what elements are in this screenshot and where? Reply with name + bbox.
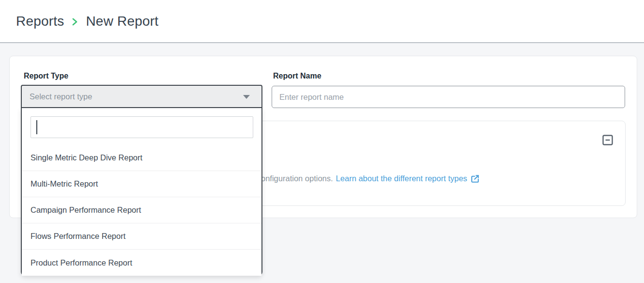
learn-report-types-link[interactable]: Learn about the different report types xyxy=(336,174,479,183)
collapse-panel-button[interactable] xyxy=(602,135,613,146)
page-header: Reports New Report xyxy=(0,0,644,43)
breadcrumb-reports-link[interactable]: Reports xyxy=(16,14,64,29)
minus-square-icon xyxy=(602,135,613,147)
caret-down-icon xyxy=(243,95,250,99)
report-type-dropdown: Single Metric Deep Dive Report Multi-Met… xyxy=(21,108,262,276)
info-text-row: onfiguration options. Learn about the di… xyxy=(261,172,479,185)
external-link-icon xyxy=(471,174,479,183)
select-placeholder-text: Select report type xyxy=(30,92,92,101)
option-flows-performance[interactable]: Flows Performance Report xyxy=(22,223,261,250)
report-name-input[interactable] xyxy=(272,86,625,108)
info-text-fragment: onfiguration options. xyxy=(261,174,333,183)
report-name-label: Report Name xyxy=(273,72,322,80)
learn-link-label: Learn about the different report types xyxy=(336,174,467,183)
report-type-label: Report Type xyxy=(24,72,68,80)
report-type-select[interactable]: Select report type xyxy=(21,85,262,108)
new-report-card: Report Type Report Name onfiguration opt… xyxy=(9,56,637,218)
breadcrumb: Reports New Report xyxy=(16,0,158,42)
report-type-search-input[interactable] xyxy=(31,116,253,138)
chevron-right-icon xyxy=(72,17,78,27)
breadcrumb-current-page: New Report xyxy=(86,14,158,29)
report-type-option-list: Single Metric Deep Dive Report Multi-Met… xyxy=(22,145,261,276)
option-campaign-performance[interactable]: Campaign Performance Report xyxy=(22,197,261,223)
option-multi-metric[interactable]: Multi-Metric Report xyxy=(22,171,261,197)
option-product-performance[interactable]: Product Performance Report xyxy=(22,250,261,276)
option-single-metric-deep-dive[interactable]: Single Metric Deep Dive Report xyxy=(22,145,261,171)
